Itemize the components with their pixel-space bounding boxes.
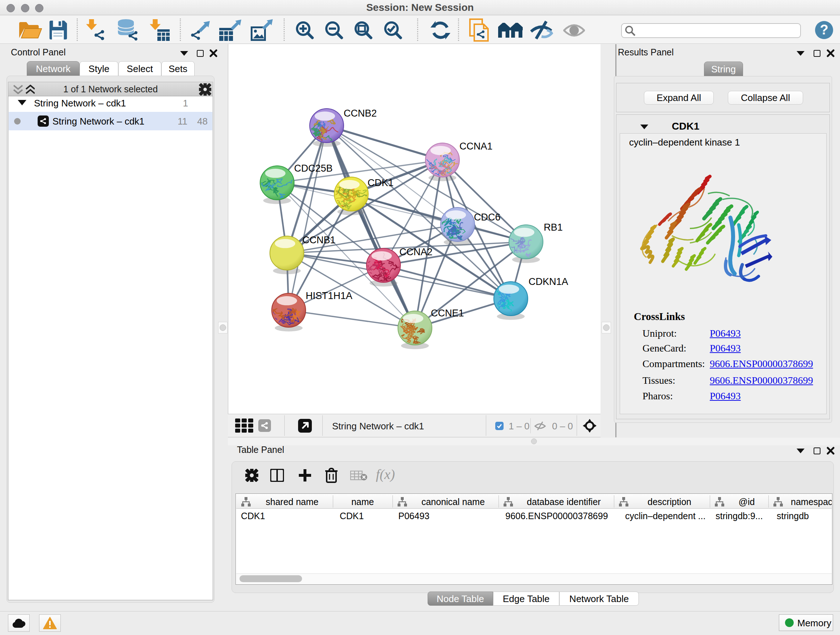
svg-text:RB1: RB1 <box>544 222 563 233</box>
svg-text:CDK1: CDK1 <box>368 177 393 188</box>
svg-text:CDKN1A: CDKN1A <box>529 276 568 287</box>
svg-text:?: ? <box>820 22 828 37</box>
svg-text:CDC25B: CDC25B <box>294 163 333 174</box>
svg-text:CCNE1: CCNE1 <box>431 308 464 318</box>
svg-text:CCNA2: CCNA2 <box>399 247 433 257</box>
svg-text:CCNB1: CCNB1 <box>302 234 336 245</box>
svg-text:CDC6: CDC6 <box>474 212 501 223</box>
svg-text:CCNB2: CCNB2 <box>344 108 377 119</box>
svg-text:CCNA1: CCNA1 <box>459 141 493 152</box>
svg-text:HIST1H1A: HIST1H1A <box>306 290 352 301</box>
